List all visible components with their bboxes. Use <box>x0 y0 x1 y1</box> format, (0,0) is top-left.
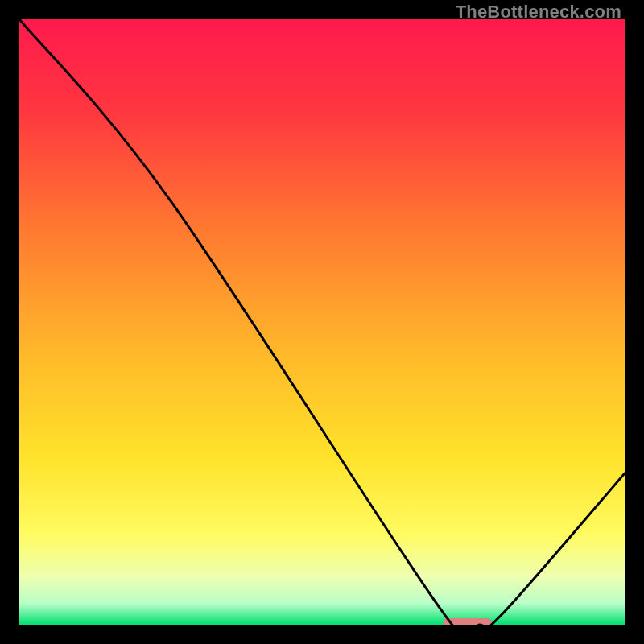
bottleneck-chart <box>19 19 625 625</box>
chart-gradient-bg <box>19 19 625 625</box>
chart-frame <box>19 19 625 625</box>
